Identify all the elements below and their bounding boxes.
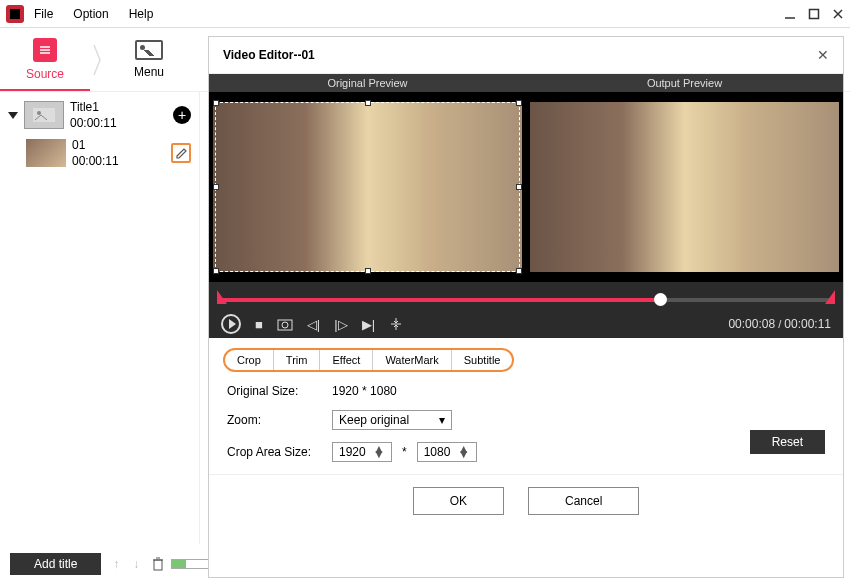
tab-effect[interactable]: Effect [320,350,373,370]
clip-name: 01 [72,138,119,152]
snapshot-button[interactable] [277,317,293,331]
minimize-button[interactable] [784,8,796,20]
menubar: File Option Help [34,7,153,21]
timeline-track[interactable] [221,298,831,302]
crop-handle-tm[interactable] [365,100,371,106]
times-symbol: * [402,445,407,459]
add-clip-button[interactable]: + [173,106,191,124]
app-icon [6,5,24,23]
crop-handle-bl[interactable] [213,268,219,274]
trim-end-handle[interactable] [825,290,835,304]
zoom-label: Zoom: [227,413,322,427]
original-preview[interactable] [209,92,526,282]
playhead[interactable] [654,293,667,306]
crop-handle-bm[interactable] [365,268,371,274]
nav-chevron [90,28,104,92]
crop-handle-mr[interactable] [516,184,522,190]
crop-area-label: Crop Area Size: [227,445,322,459]
maximize-button[interactable] [808,8,820,20]
menu-option[interactable]: Option [73,7,108,21]
title-duration: 00:00:11 [70,116,117,130]
crop-settings: Original Size: 1920 * 1080 Zoom: Keep or… [209,372,843,474]
preview-area: Original Preview Output Preview [209,74,843,282]
original-size-label: Original Size: [227,384,322,398]
chevron-down-icon: ▾ [439,413,445,427]
tab-crop[interactable]: Crop [225,350,274,370]
edit-clip-button[interactable] [171,143,191,163]
cancel-button[interactable]: Cancel [528,487,639,515]
svg-rect-1 [810,9,819,18]
edit-icon [175,147,187,159]
crop-handle-ml[interactable] [213,184,219,190]
stop-button[interactable]: ■ [255,317,263,332]
output-preview [526,92,843,282]
close-button[interactable] [832,8,844,20]
crop-rectangle[interactable] [215,102,520,272]
svg-rect-7 [33,108,55,122]
flip-horizontal-button[interactable]: ◁| [307,317,320,332]
reset-button[interactable]: Reset [750,430,825,454]
editor-close-button[interactable]: ✕ [817,47,829,63]
nav-source-label: Source [26,67,64,81]
menu-help[interactable]: Help [129,7,154,21]
original-size-value: 1920 * 1080 [332,384,397,398]
sidebar: Title1 00:00:11 + 01 00:00:11 [0,92,200,544]
ok-button[interactable]: OK [413,487,504,515]
play-button[interactable] [221,314,241,334]
sidebar-title-row[interactable]: Title1 00:00:11 + [8,96,191,134]
flip-vertical-button[interactable]: |▷ [334,317,347,332]
clip-thumbnail [26,139,66,167]
editor-title-text: Video Editor--01 [223,48,315,62]
nav-menu[interactable]: Menu [104,28,194,91]
menu-file[interactable]: File [34,7,53,21]
crop-handle-tl[interactable] [213,100,219,106]
delete-button[interactable] [151,556,165,572]
timeline: ■ ◁| |▷ ▶| 00:00:08 / 00:00:11 [209,282,843,338]
source-icon [33,38,57,62]
center-button[interactable] [389,317,403,331]
caret-down-icon [8,112,18,119]
svg-point-8 [37,111,41,115]
title-name: Title1 [70,100,117,114]
crop-handle-br[interactable] [516,268,522,274]
picture-icon [135,40,163,60]
crop-handle-tr[interactable] [516,100,522,106]
tab-watermark[interactable]: WaterMark [373,350,451,370]
crop-height-input[interactable]: 1080 ▲▼ [417,442,477,462]
add-title-button[interactable]: Add title [10,553,101,575]
tab-subtitle[interactable]: Subtitle [452,350,513,370]
output-preview-label: Output Preview [526,74,843,92]
move-up-button[interactable]: ↑ [111,555,121,573]
nav-menu-label: Menu [134,65,164,79]
step-forward-button[interactable]: ▶| [362,317,375,332]
title-thumbnail [24,101,64,129]
editor-titlebar: Video Editor--01 ✕ [209,37,843,74]
zoom-select[interactable]: Keep original ▾ [332,410,452,430]
svg-rect-9 [154,560,162,570]
video-editor-dialog: Video Editor--01 ✕ Original Preview [208,36,844,578]
move-down-button[interactable]: ↓ [131,555,141,573]
clip-duration: 00:00:11 [72,154,119,168]
svg-point-13 [282,322,288,328]
dialog-buttons: OK Cancel [209,474,843,529]
crop-width-input[interactable]: 1920 ▲▼ [332,442,392,462]
nav-source[interactable]: Source [0,28,90,91]
original-preview-label: Original Preview [209,74,526,92]
editor-tabs: Crop Trim Effect WaterMark Subtitle [223,348,514,372]
tab-trim[interactable]: Trim [274,350,321,370]
titlebar: File Option Help [0,0,850,28]
timeline-time: 00:00:08 / 00:00:11 [728,317,831,331]
sidebar-clip-row[interactable]: 01 00:00:11 [8,134,191,172]
